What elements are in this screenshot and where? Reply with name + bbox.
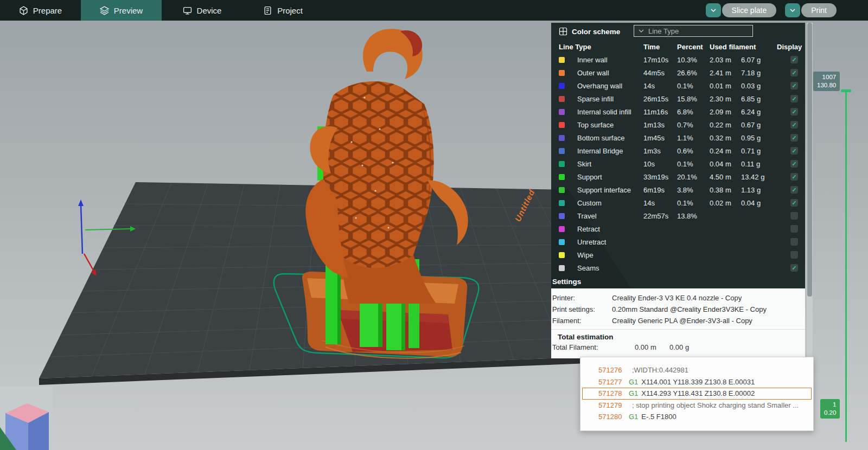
filament-weight: 13.42 g xyxy=(741,173,777,181)
chevron-down-icon xyxy=(711,9,716,12)
display-checkbox[interactable] xyxy=(790,160,798,168)
line-type-label: Inner wall xyxy=(577,56,643,64)
gcode-command: G1 xyxy=(629,378,638,386)
time-value: 11m16s xyxy=(643,108,677,116)
top-layer-number: 1007 xyxy=(817,73,836,81)
color-scheme-dropdown[interactable]: Line Type xyxy=(634,25,753,37)
layer-bottom-badge: 1 0.20 xyxy=(820,399,840,419)
print-options-button[interactable] xyxy=(785,3,800,17)
display-checkbox[interactable] xyxy=(790,238,798,246)
header-time: Time xyxy=(643,43,677,51)
settings-title: Settings xyxy=(551,274,805,288)
time-value: 10s xyxy=(643,160,677,168)
total-filament-length: 0.00 m xyxy=(635,342,669,353)
color-swatch xyxy=(559,252,565,258)
line-type-label: Seams xyxy=(577,264,643,272)
display-checkbox[interactable] xyxy=(790,95,798,102)
percent-value: 3.8% xyxy=(677,186,710,194)
table-row: Travel 22m57s 13.8% xyxy=(551,209,805,222)
display-checkbox[interactable] xyxy=(790,225,798,233)
print-settings-label: Print settings: xyxy=(552,304,612,315)
header-display: Display xyxy=(777,43,805,51)
display-checkbox[interactable] xyxy=(790,108,798,115)
gcode-text: X114.293 Y118.431 Z130.8 E.00002 xyxy=(641,389,755,397)
panel-scrollbar-thumb[interactable] xyxy=(807,23,812,297)
panel-scrollbar[interactable] xyxy=(807,23,813,358)
line-type-label: Internal solid infill xyxy=(577,108,643,116)
table-row: Internal solid infill 11m16s 6.8% 2.09 m… xyxy=(551,105,805,118)
print-settings-value: 0.20mm Standard @Creality Ender3V3KE - C… xyxy=(612,304,767,315)
dropdown-value: Line Type xyxy=(648,27,679,35)
gcode-line[interactable]: 571279 ; stop printing object Shokz char… xyxy=(580,400,813,412)
line-type-label: Outer wall xyxy=(577,69,643,77)
filament-length: 0.38 m xyxy=(710,186,741,194)
line-type-label: Sparse infill xyxy=(577,95,643,103)
table-row: Bottom surface 1m45s 1.1% 0.32 m 0.95 g xyxy=(551,131,805,144)
tab-project[interactable]: Project xyxy=(242,0,323,21)
gcode-line[interactable]: 571278 G1 X114.293 Y118.431 Z130.8 E.000… xyxy=(582,388,812,400)
tab-label: Project xyxy=(277,6,303,15)
tab-prepare[interactable]: Prepare xyxy=(0,0,81,21)
gcode-line-number: 571278 xyxy=(598,389,629,397)
time-value: 1m3s xyxy=(643,147,677,155)
print-button[interactable]: Print xyxy=(801,3,837,17)
display-checkbox[interactable] xyxy=(790,69,798,76)
total-filament-label: Total Filament: xyxy=(552,342,635,353)
filament-length: 0.02 m xyxy=(710,199,741,207)
display-checkbox[interactable] xyxy=(790,134,798,142)
percent-value: 0.7% xyxy=(677,121,710,129)
time-value: 26m15s xyxy=(643,95,677,103)
tab-device[interactable]: Device xyxy=(162,0,242,21)
table-row: Inner wall 17m10s 10.3% 2.03 m 6.07 g xyxy=(551,53,805,66)
color-swatch xyxy=(559,122,565,128)
filament-weight: 6.07 g xyxy=(741,56,777,64)
color-swatch xyxy=(559,109,565,115)
display-checkbox[interactable] xyxy=(790,212,798,220)
filament-weight: 0.03 g xyxy=(741,82,777,90)
table-row: Top surface 1m13s 0.7% 0.22 m 0.67 g xyxy=(551,118,805,131)
bottom-layer-height: 0.20 xyxy=(824,409,836,417)
percent-value: 0.1% xyxy=(677,82,710,90)
layer-slider-handle[interactable] xyxy=(841,89,851,92)
filament-length: 0.24 m xyxy=(710,147,741,155)
table-header: Line Type Time Percent Used filament Dis… xyxy=(551,40,805,53)
tab-label: Prepare xyxy=(33,6,62,15)
display-checkbox[interactable] xyxy=(790,121,798,128)
filament-value: Creality Generic PLA @Ender-3V3-all - Co… xyxy=(612,315,752,326)
slice-plate-button[interactable]: Slice plate xyxy=(722,3,777,17)
color-scheme-icon xyxy=(559,27,567,36)
tab-preview[interactable]: Preview xyxy=(81,0,162,21)
display-checkbox[interactable] xyxy=(790,251,798,259)
color-swatch xyxy=(559,135,565,141)
gcode-line[interactable]: 571280 G1 E-.5 F1800 xyxy=(580,411,813,423)
display-checkbox[interactable] xyxy=(790,186,798,194)
layer-slider-track[interactable] xyxy=(845,92,847,442)
slice-options-button[interactable] xyxy=(706,3,721,17)
table-row: Skirt 10s 0.1% 0.04 m 0.11 g xyxy=(551,157,805,170)
table-row: Unretract xyxy=(551,235,805,248)
display-checkbox[interactable] xyxy=(790,147,798,155)
gcode-panel: 571276 ;WIDTH:0.442981 571277 G1 X114.00… xyxy=(580,357,814,431)
header-line-type: Line Type xyxy=(559,43,643,51)
object-thumbnail xyxy=(0,387,53,450)
display-checkbox[interactable] xyxy=(790,173,798,181)
color-swatch xyxy=(559,70,565,76)
display-checkbox[interactable] xyxy=(790,264,798,272)
header-used-filament: Used filament xyxy=(710,43,777,51)
percent-value: 0.1% xyxy=(677,199,710,207)
table-row: Overhang wall 14s 0.1% 0.01 m 0.03 g xyxy=(551,79,805,92)
gcode-line-number: 571279 xyxy=(598,401,629,409)
line-type-label: Retract xyxy=(577,225,643,233)
filament-length: 2.03 m xyxy=(710,56,741,64)
topbar-actions: Slice plate Print xyxy=(706,3,837,17)
display-checkbox[interactable] xyxy=(790,56,798,63)
layer-top-badge: 1007 130.80 xyxy=(813,72,840,91)
gcode-line[interactable]: 571277 G1 X114.001 Y118.339 Z130.8 E.000… xyxy=(580,376,813,388)
color-swatch xyxy=(559,213,565,219)
display-checkbox[interactable] xyxy=(790,199,798,207)
table-row: Support interface 6m19s 3.8% 0.38 m 1.13… xyxy=(551,183,805,196)
settings-card: Printer: Creality Ender-3 V3 KE 0.4 nozz… xyxy=(551,288,805,358)
display-checkbox[interactable] xyxy=(790,82,798,89)
gcode-line[interactable]: 571276 ;WIDTH:0.442981 xyxy=(580,364,813,376)
filament-length: 0.04 m xyxy=(710,160,741,168)
